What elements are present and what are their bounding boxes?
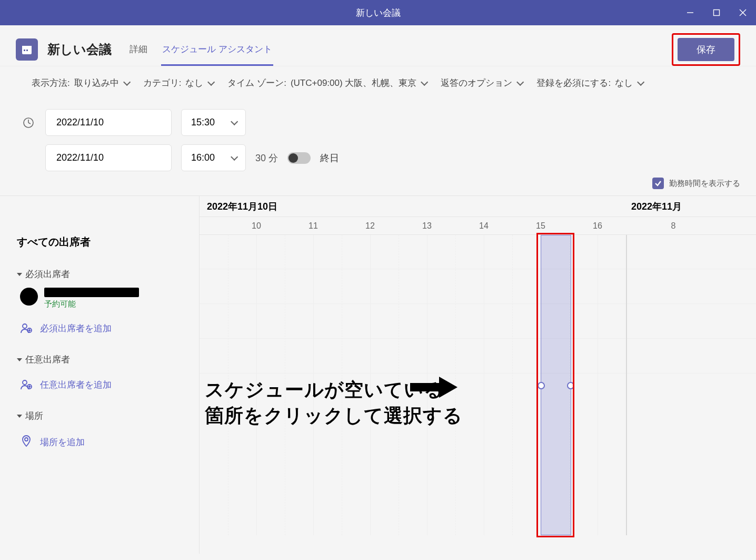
datetime-area: 2022/11/10 15:30 2022/11/10 16:00 30 分 終… bbox=[0, 101, 756, 171]
hour-cell: 14 bbox=[455, 217, 512, 234]
add-required-attendee[interactable]: 必須出席者を追加 bbox=[20, 322, 191, 335]
workhours-checkbox-row[interactable]: 勤務時間を表示する bbox=[652, 178, 740, 189]
registration-label: 登録を必須にする: bbox=[536, 77, 611, 89]
allday-toggle[interactable] bbox=[287, 152, 311, 164]
time-selection[interactable] bbox=[541, 235, 571, 535]
add-location[interactable]: 場所を追加 bbox=[20, 435, 191, 450]
hour-cell: 15 bbox=[512, 217, 569, 234]
duration-text: 30 分 bbox=[255, 152, 278, 164]
save-button[interactable]: 保存 bbox=[678, 38, 734, 61]
close-button[interactable] bbox=[730, 0, 756, 25]
category-label: カテゴリ: bbox=[143, 77, 182, 89]
selection-handle-left[interactable] bbox=[538, 382, 545, 389]
hours-row: 10 11 12 13 14 15 16 8 bbox=[200, 217, 756, 235]
workhours-checkbox[interactable] bbox=[652, 178, 664, 189]
allday-label: 終日 bbox=[320, 152, 339, 164]
svg-rect-20 bbox=[410, 383, 439, 391]
attendee-row[interactable]: 予約可能 bbox=[20, 288, 191, 309]
end-time-value: 16:00 bbox=[191, 152, 215, 163]
required-attendees-header[interactable]: 必須出席者 bbox=[17, 268, 191, 280]
svg-rect-5 bbox=[22, 46, 32, 48]
hour-cell: 10 bbox=[228, 217, 285, 234]
tab-scheduling-assistant[interactable]: スケジュール アシスタント bbox=[155, 33, 280, 66]
category-dropdown[interactable]: カテゴリ: なし bbox=[143, 77, 213, 89]
annotation-line1: スケジュールが空いている bbox=[205, 377, 463, 403]
main-split: すべての出席者 必須出席者 予約可能 必須出席者を追加 任意出席者 任意出席者を… bbox=[0, 195, 756, 554]
chevron-down-icon bbox=[208, 78, 215, 85]
end-time-select[interactable]: 16:00 bbox=[181, 144, 246, 171]
attendee-info: 予約可能 bbox=[44, 288, 139, 309]
chevron-down-icon bbox=[637, 78, 644, 85]
caret-down-icon bbox=[17, 415, 22, 418]
timezone-value: (UTC+09:00) 大阪、札幌、東京 bbox=[291, 77, 416, 89]
date-header: 2022年11月10日 2022年11月 bbox=[200, 196, 756, 217]
chevron-down-icon bbox=[231, 117, 238, 125]
minimize-icon bbox=[687, 9, 694, 16]
all-attendees-header: すべての出席者 bbox=[17, 235, 191, 249]
tab-details[interactable]: 詳細 bbox=[122, 33, 155, 66]
start-date-input[interactable]: 2022/11/10 bbox=[45, 109, 172, 136]
annotation-line2: 箇所をクリックして選択する bbox=[205, 403, 463, 429]
date-next: 2022年11月 bbox=[631, 200, 682, 213]
required-header-label: 必須出席者 bbox=[25, 268, 70, 280]
registration-value: なし bbox=[615, 77, 633, 89]
avatar bbox=[20, 288, 38, 306]
hour-cell: 16 bbox=[569, 217, 626, 234]
svg-point-15 bbox=[23, 380, 27, 385]
hour-cell: 11 bbox=[285, 217, 342, 234]
hour-cell-next: 8 bbox=[658, 217, 689, 234]
annotation: スケジュールが空いている 箇所をクリックして選択する bbox=[205, 377, 463, 428]
calendar-icon bbox=[16, 38, 38, 61]
schedule-grid[interactable]: 2022年11月10日 2022年11月 10 11 12 13 14 15 1… bbox=[199, 195, 756, 554]
window-title: 新しい会議 bbox=[356, 7, 401, 19]
start-time-value: 15:30 bbox=[191, 117, 215, 128]
attendee-status: 予約可能 bbox=[44, 299, 139, 309]
chevron-down-icon bbox=[516, 78, 524, 85]
toggle-knob bbox=[289, 153, 298, 163]
svg-rect-1 bbox=[714, 10, 720, 16]
annotation-arrow-icon bbox=[410, 374, 457, 402]
response-options-label: 返答のオプション bbox=[441, 77, 512, 89]
add-person-icon bbox=[20, 378, 33, 391]
date-main: 2022年11月10日 bbox=[207, 200, 277, 213]
annotation-highlight-save: 保存 bbox=[672, 33, 740, 66]
registration-dropdown[interactable]: 登録を必須にする: なし bbox=[536, 77, 642, 89]
location-header[interactable]: 場所 bbox=[17, 410, 191, 422]
tabs: 詳細 スケジュール アシスタント bbox=[122, 33, 280, 66]
show-as-value: 取り込み中 bbox=[74, 77, 119, 89]
hour-cell: 13 bbox=[399, 217, 455, 234]
hour-cell: 12 bbox=[342, 217, 399, 234]
show-as-label: 表示方法: bbox=[32, 77, 70, 89]
add-person-icon bbox=[20, 322, 33, 335]
chevron-down-icon bbox=[421, 78, 428, 85]
location-header-label: 場所 bbox=[25, 410, 43, 422]
title-bar: 新しい会議 bbox=[0, 0, 756, 25]
timezone-dropdown[interactable]: タイム ゾーン: (UTC+09:00) 大阪、札幌、東京 bbox=[227, 77, 426, 89]
show-as-dropdown[interactable]: 表示方法: 取り込み中 bbox=[32, 77, 128, 89]
chevron-down-icon bbox=[123, 78, 131, 85]
add-optional-attendee[interactable]: 任意出席者を追加 bbox=[20, 378, 191, 391]
maximize-button[interactable] bbox=[703, 0, 730, 25]
attendee-name-redacted bbox=[44, 288, 139, 297]
clock-icon bbox=[21, 115, 36, 130]
minimize-button[interactable] bbox=[677, 0, 703, 25]
start-time-select[interactable]: 15:30 bbox=[181, 109, 246, 136]
optional-header-label: 任意出席者 bbox=[25, 353, 70, 366]
svg-rect-7 bbox=[26, 50, 28, 51]
caret-down-icon bbox=[17, 358, 22, 361]
category-value: なし bbox=[185, 77, 203, 89]
workhours-label: 勤務時間を表示する bbox=[669, 179, 740, 189]
svg-marker-21 bbox=[439, 377, 457, 398]
timezone-label: タイム ゾーン: bbox=[227, 77, 286, 89]
selection-handle-right[interactable] bbox=[567, 382, 574, 389]
close-icon bbox=[739, 9, 747, 16]
response-options-dropdown[interactable]: 返答のオプション bbox=[441, 77, 522, 89]
optional-attendees-header[interactable]: 任意出席者 bbox=[17, 353, 191, 366]
end-date-input[interactable]: 2022/11/10 bbox=[45, 144, 172, 171]
header: 新しい会議 詳細 スケジュール アシスタント 保存 bbox=[0, 25, 756, 66]
grid-body[interactable]: スケジュールが空いている 箇所をクリックして選択する bbox=[200, 235, 756, 535]
caret-down-icon bbox=[17, 273, 22, 276]
add-optional-label: 任意出席者を追加 bbox=[40, 379, 112, 391]
chevron-down-icon bbox=[231, 153, 238, 160]
location-icon bbox=[20, 435, 33, 450]
